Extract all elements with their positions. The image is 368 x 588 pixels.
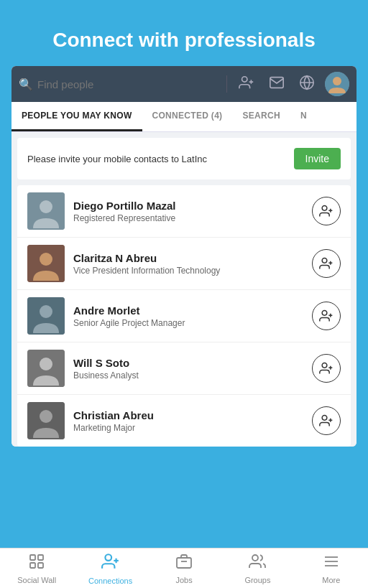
connect-button[interactable] (312, 354, 341, 383)
avatar (27, 192, 65, 230)
tab-search[interactable]: SEARCH (232, 102, 290, 131)
svg-rect-33 (38, 555, 43, 560)
connect-button[interactable] (312, 197, 341, 225)
person-info: Will S Soto Business Analyst (73, 357, 303, 381)
table-row: Andre Morlet Senior Agile Project Manage… (17, 290, 351, 342)
svg-rect-39 (177, 558, 191, 568)
invite-button[interactable]: Invite (294, 148, 341, 169)
nav-item-social-wall[interactable]: Social Wall (0, 549, 73, 588)
person-name: Christian Abreu (73, 409, 303, 421)
more-icon (323, 553, 340, 574)
person-name: Will S Soto (73, 357, 303, 369)
invite-banner: Please invite your mobile contacts to La… (17, 138, 351, 179)
table-row: Claritza N Abreu Vice President Informat… (17, 238, 351, 290)
main-card: 🔍 (12, 66, 356, 447)
tab-connected[interactable]: CONNECTED (4) (142, 102, 233, 131)
person-info: Diego Portillo Mazal Registered Represen… (73, 200, 303, 223)
svg-rect-34 (30, 563, 35, 568)
svg-rect-35 (38, 563, 43, 568)
svg-point-9 (322, 206, 327, 211)
message-icon[interactable] (264, 75, 289, 94)
person-title: Marketing Major (73, 423, 303, 433)
search-icon: 🔍 (19, 78, 33, 91)
nav-item-connections[interactable]: Connections (73, 549, 147, 588)
svg-point-8 (40, 200, 52, 213)
search-bar: 🔍 (12, 66, 356, 102)
person-title: Vice President Information Technology (73, 266, 303, 276)
svg-point-0 (242, 76, 247, 81)
svg-rect-32 (30, 555, 35, 560)
table-row: Christian Abreu Marketing Major (17, 395, 351, 447)
svg-point-36 (105, 554, 111, 561)
connect-button[interactable] (312, 406, 341, 435)
search-input-wrap: 🔍 (19, 78, 219, 91)
avatar (27, 402, 65, 439)
avatar (27, 297, 65, 335)
svg-point-28 (40, 410, 52, 423)
avatar (27, 245, 65, 282)
connect-button[interactable] (312, 249, 341, 278)
search-input[interactable] (37, 78, 219, 90)
nav-label-jobs: Jobs (175, 576, 192, 584)
user-avatar[interactable] (325, 72, 349, 96)
svg-point-24 (322, 363, 327, 368)
content-area: Please invite your mobile contacts to La… (12, 138, 356, 447)
person-info: Claritza N Abreu Vice President Informat… (73, 252, 303, 276)
connect-button[interactable] (312, 302, 341, 330)
table-row: Diego Portillo Mazal Registered Represen… (17, 185, 351, 238)
person-title: Business Analyst (73, 370, 303, 381)
nav-item-groups[interactable]: Groups (221, 549, 294, 588)
svg-point-6 (333, 77, 341, 85)
nav-item-jobs[interactable]: Jobs (147, 549, 221, 588)
nav-label-groups: Groups (244, 576, 270, 584)
tab-people-you-may-know[interactable]: PEOPLE YOU MAY KNOW (12, 102, 142, 131)
nav-item-more[interactable]: More (295, 549, 368, 588)
person-info: Andre Morlet Senior Agile Project Manage… (73, 304, 303, 328)
social-wall-icon (28, 553, 45, 574)
bottom-nav: Social Wall Connections Jobs (0, 548, 368, 588)
avatar (27, 350, 65, 387)
person-name: Claritza N Abreu (73, 252, 303, 264)
connections-icon (101, 552, 120, 575)
person-name: Diego Portillo Mazal (73, 200, 303, 212)
svg-point-14 (322, 258, 327, 263)
globe-icon[interactable] (295, 75, 319, 94)
jobs-icon (175, 553, 193, 574)
nav-label-social-wall: Social Wall (17, 576, 56, 584)
table-row: Will S Soto Business Analyst (17, 342, 351, 395)
svg-point-29 (322, 416, 327, 421)
nav-label-connections: Connections (88, 577, 132, 585)
people-list: Diego Portillo Mazal Registered Represen… (17, 185, 351, 447)
groups-icon (249, 553, 266, 574)
nav-label-more: More (322, 576, 340, 584)
svg-point-23 (40, 358, 52, 370)
person-name: Andre Morlet (73, 304, 303, 317)
hero-title: Connect with professionals (0, 0, 368, 66)
svg-point-13 (40, 253, 52, 266)
divider (226, 75, 227, 93)
person-title: Registered Representative (73, 213, 303, 223)
svg-point-18 (40, 305, 52, 318)
invite-text: Please invite your mobile contacts to La… (27, 154, 207, 164)
person-info: Christian Abreu Marketing Major (73, 409, 303, 433)
tab-more[interactable]: N (290, 102, 317, 131)
svg-point-42 (252, 555, 258, 561)
add-person-icon[interactable] (234, 75, 259, 94)
svg-point-19 (322, 311, 327, 316)
person-title: Senior Agile Project Manager (73, 318, 303, 328)
tabs-row: PEOPLE YOU MAY KNOW CONNECTED (4) SEARCH… (12, 102, 356, 132)
